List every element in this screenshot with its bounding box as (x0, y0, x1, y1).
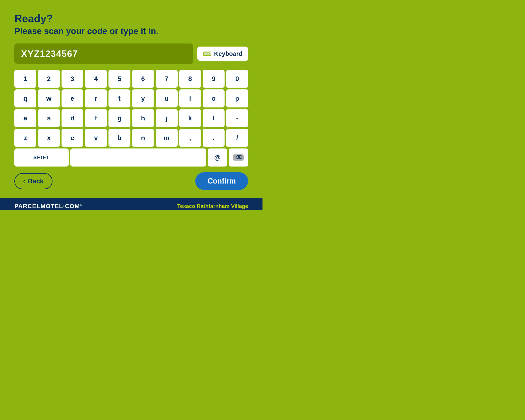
key-slash[interactable]: / (226, 129, 248, 147)
code-input[interactable] (14, 44, 193, 64)
key-r[interactable]: r (85, 89, 107, 107)
bottom-navigation: ‹ Back Confirm (14, 172, 248, 190)
key-h[interactable]: h (132, 109, 154, 127)
key-m[interactable]: m (156, 129, 178, 147)
key-backspace[interactable]: ⌫ (229, 149, 248, 167)
key-u[interactable]: u (156, 89, 178, 107)
key-g[interactable]: g (109, 109, 131, 127)
key-z[interactable]: z (14, 129, 36, 147)
key-6[interactable]: 6 (132, 70, 154, 88)
key-t[interactable]: t (109, 89, 131, 107)
keyboard-icon: ⌨ (203, 50, 211, 57)
logo-brand: PARCELMOTEL (14, 203, 63, 209)
logo-com: COM (65, 203, 80, 209)
key-p[interactable]: p (226, 89, 248, 107)
key-a[interactable]: a (14, 109, 36, 127)
key-y[interactable]: y (132, 89, 154, 107)
keyboard-button-label: Keyboard (214, 50, 242, 57)
key-at[interactable]: @ (208, 149, 227, 167)
keyboard-row-numbers: 1 2 3 4 5 6 7 8 9 0 (14, 70, 248, 88)
back-button[interactable]: ‹ Back (14, 173, 53, 189)
key-shift[interactable]: SHIFT (14, 149, 69, 167)
logo: PARCELMOTEL·COM® (14, 203, 82, 210)
key-w[interactable]: w (38, 89, 60, 107)
key-8[interactable]: 8 (179, 70, 201, 88)
key-i[interactable]: i (179, 89, 201, 107)
keyboard-grid: 1 2 3 4 5 6 7 8 9 0 q w e r t y u i o p … (14, 70, 248, 167)
key-comma[interactable]: , (179, 129, 201, 147)
keyboard-row-bottom: SHIFT @ ⌫ (14, 149, 248, 167)
key-7[interactable]: 7 (156, 70, 178, 88)
key-q[interactable]: q (14, 89, 36, 107)
key-s[interactable]: s (38, 109, 60, 127)
key-9[interactable]: 9 (203, 70, 225, 88)
key-k[interactable]: k (179, 109, 201, 127)
key-x[interactable]: x (38, 129, 60, 147)
page-title-ready: Ready? (14, 12, 248, 25)
key-j[interactable]: j (156, 109, 178, 127)
keyboard-row-qwerty: q w e r t y u i o p (14, 89, 248, 107)
key-3[interactable]: 3 (62, 70, 84, 88)
back-label: Back (28, 177, 44, 185)
keyboard-row-asdf: a s d f g h j k l - (14, 109, 248, 127)
key-d[interactable]: d (62, 109, 84, 127)
key-dash[interactable]: - (226, 109, 248, 127)
key-l[interactable]: l (203, 109, 225, 127)
confirm-button[interactable]: Confirm (195, 172, 248, 190)
key-space[interactable] (70, 149, 206, 167)
chevron-left-icon: ‹ (23, 178, 25, 184)
keyboard-row-zxcv: z x c v b n m , . / (14, 129, 248, 147)
key-c[interactable]: c (62, 129, 84, 147)
key-0[interactable]: 0 (226, 70, 248, 88)
key-5[interactable]: 5 (109, 70, 131, 88)
key-n[interactable]: n (132, 129, 154, 147)
key-b[interactable]: b (109, 129, 131, 147)
key-o[interactable]: o (203, 89, 225, 107)
key-2[interactable]: 2 (38, 70, 60, 88)
key-4[interactable]: 4 (85, 70, 107, 88)
key-period[interactable]: . (203, 129, 225, 147)
keyboard-toggle-button[interactable]: ⌨ Keyboard (197, 47, 248, 61)
key-1[interactable]: 1 (14, 70, 36, 88)
location-label: Texaco Rathfarnham Village (177, 203, 248, 209)
key-v[interactable]: v (85, 129, 107, 147)
key-f[interactable]: f (85, 109, 107, 127)
footer: PARCELMOTEL·COM® Texaco Rathfarnham Vill… (0, 198, 262, 210)
key-e[interactable]: e (62, 89, 84, 107)
page-subtitle: Please scan your code or type it in. (14, 26, 248, 36)
